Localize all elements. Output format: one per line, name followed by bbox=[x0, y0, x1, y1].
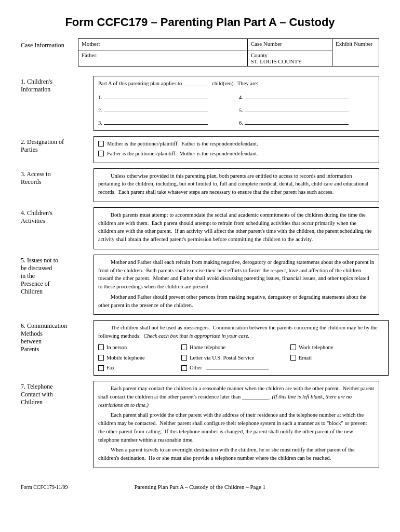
section-4-label: 4. Children'sActivities bbox=[21, 207, 94, 225]
section-3: 3. Access toRecords Unless otherwise pro… bbox=[21, 168, 379, 202]
case-info-label: Case Information bbox=[21, 38, 78, 49]
section-3-text: Unless otherwise provided in this parent… bbox=[98, 172, 375, 196]
comm-methods-grid: In person Home telephone Work telephone … bbox=[98, 343, 384, 372]
section-6-box: The children shall not be used as messen… bbox=[94, 320, 389, 376]
comm-fax: Fax bbox=[98, 364, 181, 372]
header-middle: Case Number County ST. LOUIS COUNTY bbox=[248, 38, 332, 66]
case-information-section: Case Information Mother: Father: Case Nu… bbox=[21, 38, 379, 66]
exhibit-number-field: Exhibit Number bbox=[332, 38, 379, 66]
child-line-2: 2. bbox=[98, 103, 234, 115]
section-5-box: Mother and Father shall each refrain fro… bbox=[94, 255, 379, 315]
checkbox-postal-service[interactable] bbox=[181, 355, 187, 361]
comm-postal-service: Letter via U.S. Postal Service bbox=[181, 354, 290, 362]
child-line-5: 5. bbox=[239, 103, 375, 115]
section-2: 2. Designation ofParties Mother is the p… bbox=[21, 136, 379, 163]
section-7: 7. TelephoneContact withChildren Each pa… bbox=[21, 381, 379, 468]
section-6-label: 6. CommunicationMethodsbetweenParents bbox=[21, 320, 94, 353]
county-field: County ST. LOUIS COUNTY bbox=[248, 50, 332, 66]
footer: Parenting Plan Part A – Custody of the C… bbox=[21, 484, 379, 490]
checkbox-1-label: Mother is the petitioner/plaintiff. Fath… bbox=[107, 140, 258, 148]
footer-center-text: Parenting Plan Part A – Custody of the C… bbox=[21, 484, 379, 490]
footer-form-number: Form CCFC179-11/09 bbox=[21, 484, 68, 490]
section-3-label: 3. Access toRecords bbox=[21, 168, 94, 186]
comm-other: Other . bbox=[181, 364, 290, 372]
checkbox-email[interactable] bbox=[290, 355, 296, 361]
section-6-intro: The children shall not be used as messen… bbox=[98, 324, 384, 340]
children-grid: 1. 4. 2. 5. 3. 6. bbox=[98, 90, 375, 127]
section-2-label: 2. Designation ofParties bbox=[21, 136, 94, 154]
child-line-6: 6. bbox=[239, 115, 375, 127]
section-7-text-3: When a parent travels to an overnight de… bbox=[98, 446, 375, 462]
section-2-box: Mother is the petitioner/plaintiff. Fath… bbox=[94, 136, 379, 163]
header-left: Mother: Father: bbox=[78, 38, 248, 66]
checkbox-1[interactable] bbox=[98, 141, 104, 147]
comm-home-telephone: Home telephone bbox=[181, 343, 290, 352]
comm-email: Email bbox=[290, 354, 384, 362]
section-5-text-1: Mother and Father shall each refrain fro… bbox=[98, 258, 375, 291]
section-5-label: 5. Issues not tobe discussedin thePresen… bbox=[21, 255, 94, 296]
checkbox-other[interactable] bbox=[181, 365, 187, 371]
section-5-text-2: Mother and Father should prevent other p… bbox=[98, 293, 375, 310]
section-number: 1. bbox=[21, 78, 27, 85]
page-title: Form CCFC179 – Parenting Plan Part A – C… bbox=[21, 16, 379, 29]
checkbox-2[interactable] bbox=[98, 151, 104, 156]
checkbox-work-telephone[interactable] bbox=[290, 344, 296, 350]
checkbox-2-label: Father is the petitioner/plaintiff. Moth… bbox=[107, 150, 258, 158]
header-fields: Mother: Father: Case Number County ST. L… bbox=[78, 38, 379, 66]
child-line-4: 4. bbox=[239, 90, 375, 102]
case-number-field: Case Number bbox=[248, 39, 332, 50]
father-field: Father: bbox=[78, 50, 247, 62]
checkbox-row-2: Father is the petitioner/plaintiff. Moth… bbox=[98, 150, 375, 158]
section-4-box: Both parents must attempt to accommodate… bbox=[94, 207, 379, 249]
child-line-3: 3. bbox=[98, 115, 234, 127]
comm-mobile-telephone: Mobile telephone bbox=[98, 354, 181, 362]
section-7-text-1: Each parent may contact the children in … bbox=[98, 384, 375, 409]
checkbox-fax[interactable] bbox=[98, 365, 104, 371]
checkbox-home-telephone[interactable] bbox=[181, 344, 187, 350]
section-6: 6. CommunicationMethodsbetweenParents Th… bbox=[21, 320, 379, 376]
comm-work-telephone: Work telephone bbox=[290, 343, 384, 352]
section-1-label: 1. Children'sInformation bbox=[21, 76, 94, 94]
checkbox-in-person[interactable] bbox=[98, 344, 104, 350]
section-7-text-2: Each parent shall provide the other pare… bbox=[98, 411, 375, 444]
section-4: 4. Children'sActivities Both parents mus… bbox=[21, 207, 379, 249]
checkbox-row-1: Mother is the petitioner/plaintiff. Fath… bbox=[98, 140, 375, 148]
section-7-box: Each parent may contact the children in … bbox=[94, 381, 379, 468]
child-line-1: 1. bbox=[98, 90, 234, 102]
comm-in-person: In person bbox=[98, 343, 181, 352]
checkbox-mobile-telephone[interactable] bbox=[98, 355, 104, 361]
section-7-label: 7. TelephoneContact withChildren bbox=[21, 381, 94, 406]
section-1-box: Part A of this parenting plan applies to… bbox=[94, 76, 379, 131]
children-intro: Part A of this parenting plan applies to… bbox=[98, 79, 375, 88]
section-4-text: Both parents must attempt to accommodate… bbox=[98, 211, 375, 244]
mother-field: Mother: bbox=[78, 39, 247, 50]
section-5: 5. Issues not tobe discussedin thePresen… bbox=[21, 255, 379, 315]
section-3-box: Unless otherwise provided in this parent… bbox=[94, 168, 379, 202]
section-1: 1. Children'sInformation Part A of this … bbox=[21, 76, 379, 131]
